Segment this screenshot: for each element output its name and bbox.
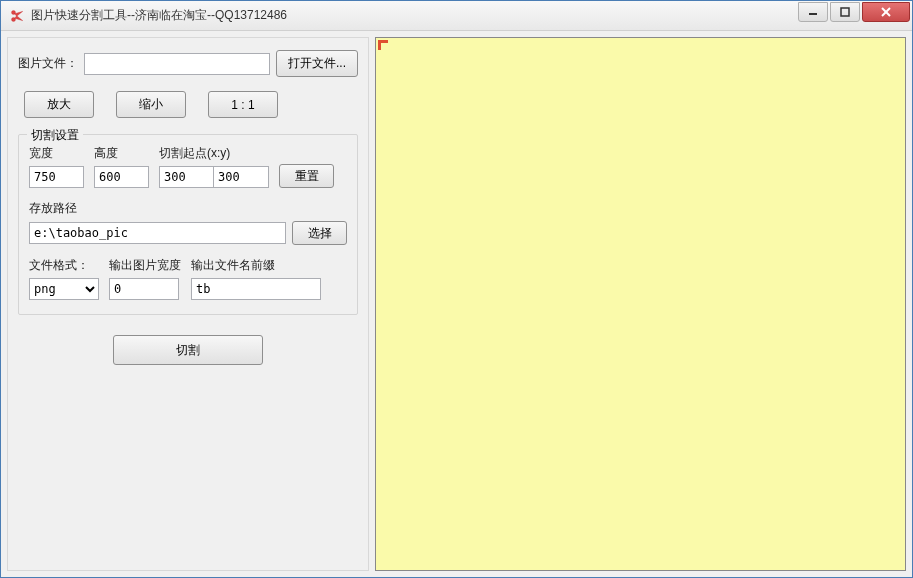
- open-file-button[interactable]: 打开文件...: [276, 50, 358, 77]
- scissors-icon: [9, 8, 25, 24]
- start-x-input[interactable]: [159, 166, 214, 188]
- height-label: 高度: [94, 145, 149, 162]
- zoom-out-button[interactable]: 缩小: [116, 91, 186, 118]
- left-panel: 图片文件： 打开文件... 放大 缩小 1 : 1 切割设置 宽度 高度: [7, 37, 369, 571]
- out-width-label: 输出图片宽度: [109, 257, 181, 274]
- origin-marker-icon: [378, 40, 388, 50]
- file-format-label: 文件格式：: [29, 257, 99, 274]
- zoom-row: 放大 缩小 1 : 1: [18, 91, 358, 118]
- out-width-input[interactable]: [109, 278, 179, 300]
- file-row: 图片文件： 打开文件...: [18, 50, 358, 77]
- prefix-label: 输出文件名前缀: [191, 257, 321, 274]
- preview-canvas[interactable]: [375, 37, 906, 571]
- start-y-input[interactable]: [214, 166, 269, 188]
- cut-settings-group: 切割设置 宽度 高度 切割起点(x:y): [18, 134, 358, 315]
- zoom-one-button[interactable]: 1 : 1: [208, 91, 278, 118]
- window-title: 图片快速分割工具--济南临在淘宝--QQ13712486: [31, 7, 796, 24]
- width-label: 宽度: [29, 145, 84, 162]
- svg-rect-1: [841, 8, 849, 16]
- start-label: 切割起点(x:y): [159, 145, 269, 162]
- file-format-select[interactable]: png: [29, 278, 99, 300]
- titlebar: 图片快速分割工具--济南临在淘宝--QQ13712486: [1, 1, 912, 31]
- reset-button[interactable]: 重置: [279, 164, 334, 188]
- window-controls: [796, 2, 910, 24]
- prefix-input[interactable]: [191, 278, 321, 300]
- zoom-in-button[interactable]: 放大: [24, 91, 94, 118]
- width-input[interactable]: [29, 166, 84, 188]
- file-path-input[interactable]: [84, 53, 270, 75]
- cut-settings-legend: 切割设置: [27, 127, 83, 144]
- minimize-button[interactable]: [798, 2, 828, 22]
- cut-button[interactable]: 切割: [113, 335, 263, 365]
- height-input[interactable]: [94, 166, 149, 188]
- save-path-label: 存放路径: [29, 200, 347, 217]
- select-path-button[interactable]: 选择: [292, 221, 347, 245]
- save-path-input[interactable]: [29, 222, 286, 244]
- file-label: 图片文件：: [18, 55, 78, 72]
- close-button[interactable]: [862, 2, 910, 22]
- maximize-button[interactable]: [830, 2, 860, 22]
